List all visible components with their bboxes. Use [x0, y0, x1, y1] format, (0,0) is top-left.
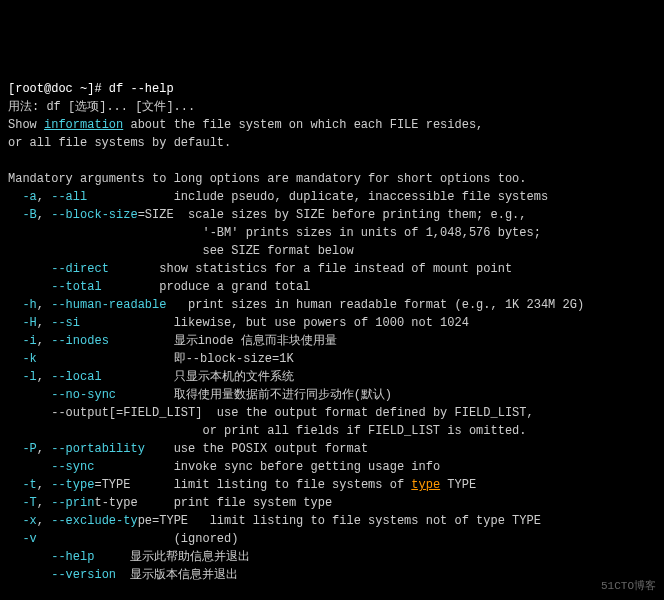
option-long: --output: [51, 406, 109, 420]
option-long: --inodes: [51, 334, 109, 348]
text: Show: [8, 118, 44, 132]
option-short: -t: [22, 478, 36, 492]
command-text: df --help: [109, 82, 174, 96]
option-desc: print sizes in human readable format (e.…: [166, 298, 584, 312]
terminal-output[interactable]: [root@doc ~]# df --help 用法: df [选项]... […: [8, 80, 656, 600]
option-desc: likewise, but use powers of 1000 not 102…: [80, 316, 469, 330]
option-long: --si: [51, 316, 80, 330]
option-short: -H: [22, 316, 36, 330]
option-short: -k: [22, 352, 36, 366]
option-short: -l: [22, 370, 36, 384]
option-desc: 显示版本信息并退出: [116, 568, 238, 582]
option-desc: use the POSIX output format: [145, 442, 368, 456]
text: Mandatory arguments to long options are …: [8, 172, 526, 186]
option-desc: produce a grand total: [102, 280, 311, 294]
link-type[interactable]: type: [411, 478, 440, 492]
link-information[interactable]: information: [44, 118, 123, 132]
option-desc: see SIZE format below: [8, 244, 354, 258]
option-desc: TYPE: [440, 478, 476, 492]
option-long: --portability: [51, 442, 145, 456]
option-long: --exclude-ty: [51, 514, 137, 528]
option-desc: print file system type: [138, 496, 332, 510]
option-long: --version: [51, 568, 116, 582]
option-desc: limit listing to file systems not of typ…: [188, 514, 541, 528]
option-desc: 显示inode 信息而非块使用量: [109, 334, 337, 348]
option-long: --human-readable: [51, 298, 166, 312]
option-long: --prin: [51, 496, 94, 510]
option-short: -a: [22, 190, 36, 204]
option-long: --no-sync: [51, 388, 116, 402]
option-long: --block-size: [51, 208, 137, 222]
option-desc: include pseudo, duplicate, inaccessible …: [87, 190, 548, 204]
text: about the file system on which each FILE…: [123, 118, 483, 132]
usage-line: 用法: df [选项]... [文件]...: [8, 100, 195, 114]
option-long: --direct: [51, 262, 109, 276]
watermark: 51CTO博客: [601, 578, 656, 595]
option-long: --total: [51, 280, 101, 294]
option-arg: =SIZE: [138, 208, 174, 222]
option-desc: use the output format defined by FIELD_L…: [202, 406, 533, 420]
option-short: -P: [22, 442, 36, 456]
option-desc: invoke sync before getting usage info: [94, 460, 440, 474]
option-desc: show statistics for a file instead of mo…: [109, 262, 512, 276]
option-desc: scale sizes by SIZE before printing them…: [174, 208, 527, 222]
option-desc: 即--block-size=1K: [37, 352, 294, 366]
option-desc: 显示此帮助信息并退出: [94, 550, 250, 564]
option-arg: =TYPE: [94, 478, 130, 492]
option-desc: limit listing to file systems of: [130, 478, 411, 492]
option-desc: 取得使用量数据前不进行同步动作(默认): [116, 388, 392, 402]
option-long: t-type: [94, 496, 137, 510]
option-desc: 只显示本机的文件系统: [102, 370, 294, 384]
option-long: --sync: [51, 460, 94, 474]
option-desc: '-BM' prints sizes in units of 1,048,576…: [8, 226, 541, 240]
option-long: --all: [51, 190, 87, 204]
option-long: --local: [51, 370, 101, 384]
option-desc: (ignored): [37, 532, 239, 546]
prompt: [root@doc ~]#: [8, 82, 109, 96]
option-long: --type: [51, 478, 94, 492]
option-short: -v: [22, 532, 36, 546]
option-short: -B: [22, 208, 36, 222]
option-long: --help: [51, 550, 94, 564]
option-arg: [=FIELD_LIST]: [109, 406, 203, 420]
option-long: pe=TYPE: [138, 514, 188, 528]
option-short: -T: [22, 496, 36, 510]
text: or all file systems by default.: [8, 136, 231, 150]
option-desc: or print all fields if FIELD_LIST is omi…: [8, 424, 526, 438]
option-short: -h: [22, 298, 36, 312]
option-short: -i: [22, 334, 36, 348]
option-short: -x: [22, 514, 36, 528]
